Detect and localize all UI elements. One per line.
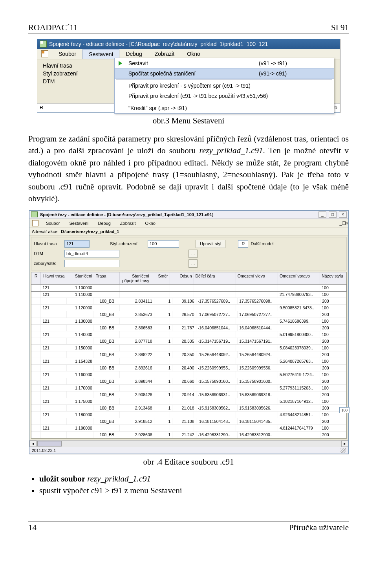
btn-zabory-browse[interactable]: ... [188, 259, 198, 268]
cell: 26.570 [172, 311, 196, 318]
table-row[interactable]: 100_BB2.913468121.018-15.9158300562..15.… [31, 405, 346, 412]
menu-sestaveni[interactable]: Sestavení [82, 49, 119, 59]
col-header[interactable]: Staničení připojené trasy [120, 272, 151, 284]
table-row[interactable]: 100_BB2.928606121.242-16.4298331290..16.… [31, 432, 346, 438]
cell [31, 325, 41, 331]
table-row[interactable]: 100_BB2.866583121.787-16.0406851044..16.… [31, 325, 346, 331]
h-scrollbar[interactable]: ◄ ► [29, 440, 348, 447]
cell [31, 358, 41, 364]
cell: 15.22609999556. [238, 365, 279, 371]
float-value-box[interactable]: 100 [339, 407, 350, 413]
close-icon[interactable]: × [339, 211, 347, 218]
cell [31, 338, 41, 344]
col-header[interactable]: Hlavní trasa [41, 272, 67, 284]
cell [94, 291, 120, 298]
cell [151, 425, 170, 431]
input-styl[interactable]: 100 [148, 240, 179, 248]
cell [41, 351, 67, 358]
scroll-thumb[interactable] [37, 441, 62, 447]
dd-pripravit-spr[interactable]: Připravit pro kreslení - s výpočtem spr … [115, 81, 334, 91]
dd-sestavit[interactable]: Sestavit(v91 -> t91) [115, 58, 334, 68]
table-row[interactable]: 100_BB2.892616120.490-15.2260999955..15.… [31, 365, 346, 371]
btn-upravit-styl[interactable]: Upravit styl [196, 240, 225, 248]
mdi-close-icon[interactable]: × [346, 221, 348, 226]
col-header[interactable]: Odsun [170, 272, 194, 284]
cell [194, 412, 236, 418]
col-header[interactable]: Omezení vlevo [236, 272, 278, 284]
col-header[interactable]: Název stylu [320, 272, 346, 284]
col-header[interactable]: Dělící čára [194, 272, 236, 284]
col-header[interactable]: Omezení vpravo [278, 272, 320, 284]
table-row[interactable]: 1211.11000021.74793800793..100 [31, 291, 346, 298]
menu2-okno[interactable]: Okno [141, 219, 160, 227]
cell: 121 [41, 291, 67, 298]
table-row[interactable]: 1211.1400005.019951800300..100 [31, 331, 346, 338]
menu2-soubor[interactable]: Soubor [41, 219, 64, 227]
col-header[interactable]: Staničení [67, 272, 94, 284]
cell [41, 391, 67, 398]
cell [67, 365, 93, 371]
maximize-icon[interactable]: □ [329, 211, 337, 218]
table-row[interactable]: 100_BB2.834111139.106-17.3576527609..17.… [31, 298, 346, 305]
cell [236, 291, 278, 298]
table-row[interactable]: 1211.100000100 [31, 285, 346, 291]
cell: 1 [154, 351, 173, 358]
cell [94, 318, 120, 324]
col-header[interactable]: Směr [151, 272, 170, 284]
btn-dtm-browse[interactable]: ... [188, 250, 198, 258]
cell [41, 405, 67, 411]
cell: 5.019951800300.. [278, 331, 320, 338]
menu2-zobrazit[interactable]: Zobrazit [115, 219, 141, 227]
cell [279, 298, 321, 304]
table-row[interactable]: 100_BB2.877718120.335-15.3147156719..15.… [31, 338, 346, 345]
cell [194, 398, 236, 404]
cell: 2.908426 [123, 391, 154, 398]
form-panel: Hlavní trasa 121 Styl zobrazení 100 Upra… [31, 237, 347, 270]
scroll-left-icon[interactable]: ◄ [29, 441, 37, 447]
table-row[interactable]: 1211.1200009.50085321 3478..100 [31, 305, 346, 311]
cell [236, 331, 278, 338]
cell: 2.913468 [123, 405, 154, 411]
r-box[interactable]: R [238, 240, 248, 248]
table-row[interactable]: 100_BB2.908426120.914-15.6356906931..15.… [31, 391, 346, 398]
table-row[interactable]: 1211.1300005.74618686399..100 [31, 318, 346, 325]
dd-spocitat[interactable]: Spočítat společná staničení(v91-> c91) [115, 68, 334, 79]
menu2-sestaveni[interactable]: Sestavení [64, 219, 93, 227]
table-row[interactable]: 1211.1700005.277931115203..100 [31, 385, 346, 391]
cell [120, 425, 151, 431]
table-row[interactable]: 1211.1800004.926443214851..100 [31, 412, 346, 418]
input-dtm[interactable]: bb_dtm.dt4 [64, 250, 119, 257]
table-row[interactable]: 100_BB2.898344120.660-15.1575890160..15.… [31, 378, 346, 385]
table-row[interactable]: 1211.1600005.50276419 1724..100 [31, 371, 346, 378]
cell [151, 358, 170, 364]
table-row[interactable]: 100_BB2.918512121.108-16.1811504148..16.… [31, 418, 346, 425]
table-row[interactable]: 1211.1543285.264087265763..100 [31, 358, 346, 365]
input-hlavni[interactable]: 121 [64, 240, 90, 248]
cell: 100_BB [93, 405, 123, 411]
mdi-restore-icon[interactable]: ❐ [342, 221, 346, 226]
scroll-right-icon[interactable]: ► [341, 441, 348, 447]
cell [120, 358, 151, 364]
table-row[interactable]: 1211.1900004.8124417641779100 [31, 425, 346, 432]
cell [170, 425, 194, 431]
col-header[interactable]: R [31, 272, 41, 284]
table-row[interactable]: 100_BB2.853673126.570-17.0695072727..17.… [31, 311, 346, 318]
cell [194, 331, 236, 338]
cell [67, 391, 93, 398]
table-row[interactable]: 1211.1500005.084023378039..100 [31, 345, 346, 351]
cell: -15.3147156719.. [196, 338, 238, 344]
minimize-icon[interactable]: _ [318, 211, 326, 218]
input-zabory[interactable] [64, 260, 119, 267]
resize-grip-icon[interactable] [340, 448, 346, 453]
cell: 100 [320, 345, 346, 351]
table-row[interactable]: 100_BB2.888222120.350-15.2656448092..15.… [31, 351, 346, 358]
cell: 100_BB [93, 298, 123, 304]
menu2-debug[interactable]: Debug [93, 219, 115, 227]
dd-pripravit-bez[interactable]: Připravit pro kreslení (c91 -> t91 bez p… [115, 91, 334, 101]
cell [31, 365, 41, 371]
col-header[interactable]: Trasa [94, 272, 120, 284]
table-row[interactable]: 1211.1750005.102187164912..100 [31, 398, 346, 405]
menu-soubor[interactable]: Soubor [52, 49, 82, 59]
cell [41, 378, 67, 384]
dd-kreslit[interactable]: "Kreslit" spr (.spr -> t91) [115, 103, 334, 113]
